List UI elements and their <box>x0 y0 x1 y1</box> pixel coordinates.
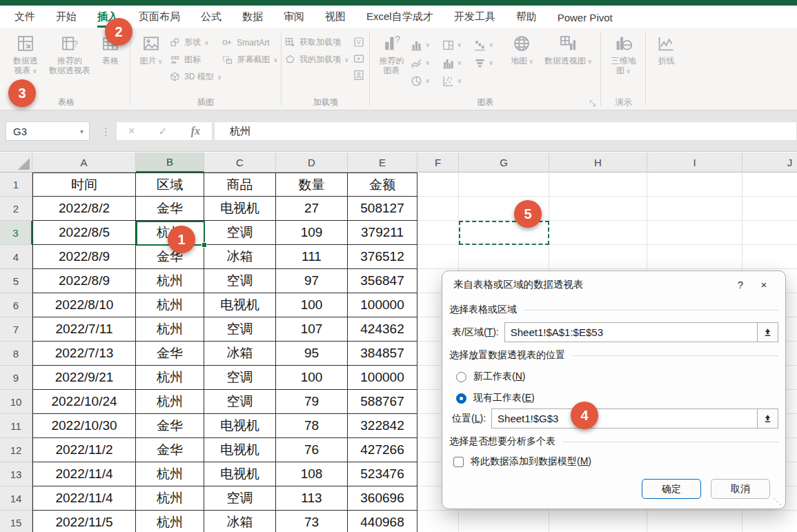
cell-B2[interactable]: 金华 <box>136 197 204 221</box>
cell-E7[interactable]: 424362 <box>348 317 417 342</box>
cell-I3[interactable] <box>647 221 742 245</box>
cell-A12[interactable]: 2022/11/2 <box>32 438 136 462</box>
cell-F3[interactable] <box>417 221 459 245</box>
cell-A5[interactable]: 2022/8/9 <box>32 269 136 293</box>
cell-I2[interactable] <box>647 197 742 221</box>
cell-I15[interactable] <box>647 511 742 532</box>
shapes-button[interactable]: 形状∨ <box>169 37 222 48</box>
column-header-E[interactable]: E <box>348 152 417 173</box>
cell-G4[interactable] <box>459 245 549 269</box>
row-header-2[interactable]: 2 <box>0 197 32 221</box>
cell-G1[interactable] <box>459 173 549 197</box>
cell-A8[interactable]: 2022/7/13 <box>32 342 136 366</box>
cell-E1[interactable]: 金额 <box>348 173 417 197</box>
enter-entry-icon[interactable]: ✓ <box>158 125 167 138</box>
select-all-corner[interactable] <box>0 152 32 173</box>
cell-D14[interactable]: 113 <box>276 486 348 511</box>
cell-E11[interactable]: 322842 <box>348 414 417 438</box>
row-header-12[interactable]: 12 <box>0 438 32 462</box>
column-header-D[interactable]: D <box>276 152 348 173</box>
cell-E9[interactable]: 100000 <box>348 366 417 390</box>
get-addins-button[interactable]: 获取加载项 <box>284 37 349 48</box>
row-header-7[interactable]: 7 <box>0 317 32 342</box>
cell-D3[interactable]: 109 <box>276 221 348 245</box>
tab-power-pivot[interactable]: Power Pivot <box>547 12 623 28</box>
cell-H3[interactable] <box>549 221 647 245</box>
maps-button[interactable]: 地图 ∨ <box>505 30 538 66</box>
cell-C8[interactable]: 冰箱 <box>204 342 276 366</box>
cell-F15[interactable] <box>417 511 459 532</box>
cell-C11[interactable]: 电视机 <box>204 414 276 438</box>
cell-C3[interactable]: 空调 <box>204 221 276 245</box>
video-icon[interactable] <box>353 52 365 65</box>
icons-button[interactable]: 图标 <box>169 54 222 66</box>
column-header-G[interactable]: G <box>459 152 549 173</box>
cell-E8[interactable]: 384857 <box>348 342 417 366</box>
cell-E14[interactable]: 360696 <box>348 486 417 511</box>
visio-icon[interactable]: V <box>353 36 365 48</box>
column-header-C[interactable]: C <box>204 152 276 173</box>
cell-J1[interactable] <box>742 173 797 197</box>
range-picker-button[interactable] <box>757 408 778 428</box>
cell-A1[interactable]: 时间 <box>32 173 136 197</box>
cell-B15[interactable]: 杭州 <box>136 511 204 532</box>
pictures-button[interactable]: 图片 ∨ <box>133 30 169 66</box>
existing-worksheet-radio[interactable] <box>456 393 466 404</box>
tab-data[interactable]: 数据 <box>232 10 273 28</box>
row-header-3[interactable]: 3 <box>0 221 32 245</box>
cell-I1[interactable] <box>647 173 742 197</box>
cell-D4[interactable]: 111 <box>276 245 348 269</box>
tab-help[interactable]: 帮助 <box>506 10 547 28</box>
cell-E15[interactable]: 440968 <box>348 511 417 532</box>
cell-C9[interactable]: 空调 <box>204 366 276 390</box>
cell-D11[interactable]: 78 <box>276 414 348 438</box>
cell-H4[interactable] <box>549 245 647 269</box>
3d-models-button[interactable]: 3D 模型∨ <box>169 71 222 83</box>
cell-C5[interactable]: 空调 <box>204 269 276 293</box>
cell-D6[interactable]: 100 <box>276 293 348 317</box>
add-to-data-model-label[interactable]: 将此数据添加到数据模型(M) <box>471 455 591 468</box>
cell-D15[interactable]: 73 <box>276 511 348 532</box>
dialog-help-icon[interactable]: ? <box>729 279 752 290</box>
row-header-10[interactable]: 10 <box>0 390 32 414</box>
cell-D13[interactable]: 108 <box>276 462 348 486</box>
cancel-button[interactable]: 取消 <box>711 479 770 499</box>
cell-C4[interactable]: 冰箱 <box>204 245 276 269</box>
cell-C12[interactable]: 电视机 <box>204 438 276 462</box>
cell-B11[interactable]: 金华 <box>136 414 204 438</box>
cell-H2[interactable] <box>549 197 647 221</box>
chart-line-button[interactable]: ∨ <box>410 54 442 72</box>
chart-funnel-button[interactable]: ∨ <box>473 54 505 72</box>
name-box-dropdown-icon[interactable]: ▾ <box>80 128 89 135</box>
tab-page-layout[interactable]: 页面布局 <box>128 10 190 28</box>
column-header-J[interactable]: J <box>742 152 797 173</box>
tab-developer[interactable]: 开发工具 <box>444 10 506 28</box>
my-addins-button[interactable]: 我的加载项∨ <box>284 54 349 66</box>
add-to-data-model-checkbox[interactable] <box>453 457 464 467</box>
cell-I4[interactable] <box>647 245 742 269</box>
cell-E13[interactable]: 523476 <box>348 462 417 486</box>
column-header-H[interactable]: H <box>549 152 647 173</box>
cell-D10[interactable]: 79 <box>276 390 348 414</box>
smartart-button[interactable]: SmartArt <box>222 37 278 48</box>
cell-A2[interactable]: 2022/8/2 <box>32 197 136 221</box>
tab-view[interactable]: 视图 <box>315 10 356 28</box>
fill-handle[interactable] <box>201 242 207 248</box>
row-header-1[interactable]: 1 <box>0 173 32 197</box>
cell-A14[interactable]: 2022/11/4 <box>32 486 136 511</box>
chart-scatter-button[interactable]: ∨ <box>442 72 473 90</box>
cell-B13[interactable]: 杭州 <box>136 462 204 486</box>
cell-A7[interactable]: 2022/7/11 <box>32 317 136 342</box>
row-header-15[interactable]: 15 <box>0 511 32 532</box>
cell-J3[interactable] <box>742 221 797 245</box>
cell-D8[interactable]: 95 <box>276 342 348 366</box>
screenshot-button[interactable]: 屏幕截图∨ <box>222 54 278 66</box>
cell-D7[interactable]: 107 <box>276 317 348 342</box>
cell-A15[interactable]: 2022/11/5 <box>32 511 136 532</box>
tab-review[interactable]: 审阅 <box>273 10 315 28</box>
column-header-F[interactable]: F <box>417 152 459 173</box>
cell-D1[interactable]: 数量 <box>276 173 348 197</box>
chart-treemap-button[interactable]: ∨ <box>442 36 473 54</box>
forms-icon[interactable] <box>353 69 365 81</box>
cell-B8[interactable]: 金华 <box>136 342 204 366</box>
